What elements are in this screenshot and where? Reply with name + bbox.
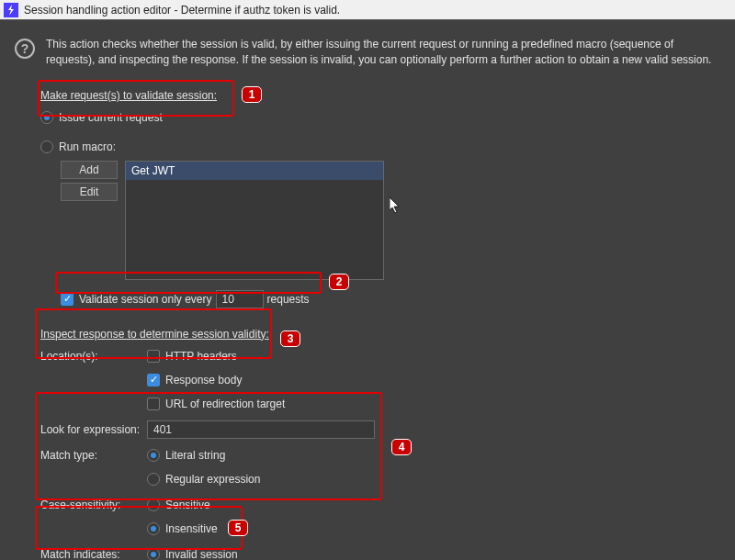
- title-bar: Session handling action editor - Determi…: [0, 0, 735, 20]
- label-issue-current: Issue current request: [59, 111, 163, 124]
- label-regex: Regular expression: [165, 473, 260, 486]
- description-row: ? This action checks whether the session…: [0, 20, 735, 80]
- radio-insensitive[interactable]: [147, 522, 160, 535]
- label-invalid-session: Invalid session: [165, 548, 238, 560]
- radio-invalid-session[interactable]: [147, 548, 160, 560]
- check-response-body[interactable]: [147, 374, 160, 386]
- label-validate-unit: requests: [267, 293, 310, 306]
- radio-regex[interactable]: [147, 473, 160, 486]
- check-validate-every[interactable]: [61, 293, 74, 306]
- label-sensitive: Sensitive: [165, 498, 210, 511]
- edit-button[interactable]: Edit: [61, 183, 118, 201]
- label-url-redirect: URL of redirection target: [165, 398, 285, 410]
- label-case-sens: Case-sensitivity:: [40, 498, 147, 511]
- add-button[interactable]: Add: [61, 161, 118, 179]
- app-icon: [4, 3, 18, 17]
- validate-heading: Make request(s) to validate session:: [40, 89, 720, 102]
- expression-input[interactable]: 401: [147, 420, 375, 439]
- label-validate-every: Validate session only every: [79, 293, 212, 306]
- check-http-headers[interactable]: [147, 350, 160, 363]
- radio-run-macro[interactable]: [40, 140, 53, 153]
- check-url-redirect[interactable]: [147, 398, 160, 410]
- help-icon[interactable]: ?: [15, 39, 35, 59]
- label-response-body: Response body: [165, 374, 242, 386]
- description-text: This action checks whether the session i…: [46, 37, 720, 69]
- macro-item[interactable]: Get JWT: [126, 162, 383, 180]
- label-http-headers: HTTP headers: [165, 350, 237, 363]
- label-match-indicates: Match indicates:: [40, 548, 147, 560]
- radio-issue-current[interactable]: [40, 111, 53, 124]
- label-locations: Location(s):: [40, 350, 147, 363]
- inspect-heading: Inspect response to determine session va…: [40, 328, 720, 341]
- label-look-for: Look for expression:: [40, 423, 147, 436]
- radio-literal-string[interactable]: [147, 449, 160, 462]
- window-title: Session handling action editor - Determi…: [24, 4, 340, 17]
- label-literal: Literal string: [165, 449, 225, 462]
- validate-count-input[interactable]: 10: [216, 290, 264, 308]
- radio-sensitive[interactable]: [147, 498, 160, 511]
- macro-list[interactable]: Get JWT: [125, 161, 384, 280]
- label-insensitive: Insensitive: [165, 522, 218, 535]
- label-match-type: Match type:: [40, 449, 147, 462]
- label-run-macro: Run macro:: [59, 140, 116, 153]
